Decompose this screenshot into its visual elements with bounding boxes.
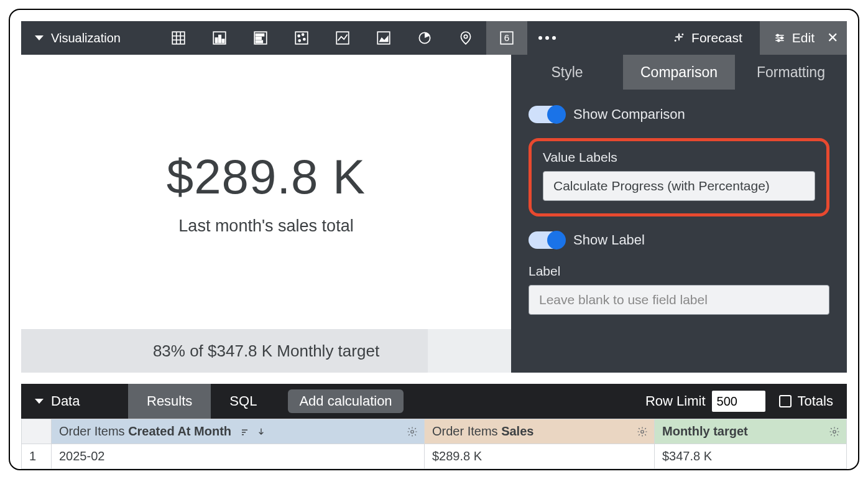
comparison-progress-bar: 83% of $347.8 K Monthly target: [21, 329, 511, 373]
value-labels-select[interactable]: Calculate Progress (with Percentage): [543, 171, 815, 201]
totals-checkbox[interactable]: [779, 395, 792, 407]
totals-label: Totals: [798, 393, 833, 409]
column-header-target[interactable]: Monthly target: [655, 419, 847, 444]
cell-sales: $289.8 K: [425, 444, 655, 469]
svg-rect-7: [219, 35, 221, 43]
svg-rect-8: [222, 39, 224, 42]
visualization-title: Visualization: [51, 31, 121, 45]
row-number-cell: 1: [22, 444, 52, 469]
edit-panel-body: Show Comparison Value Labels Calculate P…: [511, 90, 847, 373]
scatter-icon[interactable]: [281, 21, 322, 55]
edit-panel: Style Comparison Formatting Show Compari…: [511, 55, 847, 373]
single-value-icon[interactable]: 6: [486, 21, 527, 55]
visualization-toolbar: Visualization: [21, 21, 847, 55]
column-prefix: Order Items: [432, 424, 501, 438]
tab-formatting[interactable]: Formatting: [735, 55, 847, 90]
svg-point-16: [298, 40, 300, 42]
svg-rect-10: [256, 34, 264, 36]
caret-down-icon: [35, 399, 44, 404]
cell-target: $347.8 K: [655, 444, 847, 469]
svg-point-36: [641, 430, 644, 433]
svg-rect-11: [256, 37, 261, 39]
label-field-title: Label: [529, 264, 829, 279]
area-chart-icon[interactable]: [363, 21, 404, 55]
row-number-header: [22, 419, 52, 444]
tab-results[interactable]: Results: [128, 384, 211, 419]
column-settings-icon[interactable]: [637, 426, 648, 437]
svg-rect-12: [256, 40, 262, 42]
show-label-label: Show Label: [573, 232, 645, 248]
tab-sql[interactable]: SQL: [211, 384, 275, 419]
single-value-subtitle: Last month's sales total: [178, 216, 353, 236]
svg-point-21: [464, 35, 467, 38]
edit-button[interactable]: Edit ✕: [760, 21, 847, 55]
column-settings-icon[interactable]: [829, 426, 840, 437]
table-row[interactable]: 1 2025-02 $289.8 K $347.8 K: [22, 444, 847, 469]
value-labels-title: Value Labels: [543, 150, 815, 165]
single-value-zone: $289.8 K Last month's sales total: [21, 55, 511, 329]
svg-point-35: [411, 430, 414, 433]
tab-style[interactable]: Style: [511, 55, 623, 90]
column-header-created-at[interactable]: Order Items Created At Month: [52, 419, 425, 444]
svg-point-29: [777, 34, 778, 36]
svg-point-30: [780, 37, 782, 39]
progress-label: 83% of $347.8 K Monthly target: [153, 342, 379, 361]
tab-comparison[interactable]: Comparison: [623, 55, 735, 90]
toggle-knob: [547, 105, 566, 124]
value-labels-highlight: Value Labels Calculate Progress (with Pe…: [529, 138, 829, 216]
svg-point-17: [303, 39, 305, 40]
ellipsis-icon: [538, 36, 556, 40]
column-prefix: Order Items: [59, 424, 128, 438]
app-inner: Visualization: [10, 10, 858, 469]
toggle-knob: [547, 231, 566, 249]
svg-point-31: [777, 40, 779, 42]
line-chart-icon[interactable]: [322, 21, 363, 55]
cell-created-at: 2025-02: [52, 444, 425, 469]
more-visualizations-button[interactable]: [527, 21, 567, 55]
sort-options-icon: [240, 427, 251, 438]
sliders-icon: [773, 32, 786, 44]
app-frame: Visualization: [9, 9, 859, 470]
label-field-section: Label Leave blank to use field label: [529, 264, 829, 315]
visualization-title-toggle[interactable]: Visualization: [21, 21, 158, 55]
svg-point-25: [675, 40, 676, 41]
column-name: Sales: [501, 424, 533, 438]
edit-label: Edit: [792, 30, 815, 45]
column-header-sales[interactable]: Order Items Sales: [425, 419, 655, 444]
totals-group[interactable]: Totals: [765, 393, 847, 409]
map-icon[interactable]: [445, 21, 486, 55]
label-field-placeholder: Leave blank to use field label: [539, 292, 708, 307]
data-title-toggle[interactable]: Data: [21, 384, 128, 419]
column-chart-icon[interactable]: [199, 21, 240, 55]
svg-point-14: [298, 35, 300, 37]
sparkle-icon: [673, 32, 685, 44]
svg-rect-0: [172, 32, 185, 44]
column-settings-icon[interactable]: [407, 426, 418, 437]
show-label-row: Show Label: [529, 231, 829, 249]
row-limit-input[interactable]: [712, 391, 765, 412]
visualization-canvas: $289.8 K Last month's sales total 83% of…: [21, 55, 511, 373]
column-name: Monthly target: [662, 424, 748, 438]
pie-chart-icon[interactable]: [404, 21, 445, 55]
close-edit-icon[interactable]: ✕: [821, 30, 838, 46]
bar-chart-icon[interactable]: [240, 21, 281, 55]
show-comparison-row: Show Comparison: [529, 106, 829, 123]
svg-text:6: 6: [504, 32, 509, 43]
svg-point-24: [682, 34, 683, 35]
edit-panel-tabs: Style Comparison Formatting: [511, 55, 847, 90]
show-comparison-toggle[interactable]: [529, 106, 565, 123]
label-field-input[interactable]: Leave blank to use field label: [529, 285, 829, 315]
value-labels-value: Calculate Progress (with Percentage): [553, 179, 770, 193]
row-limit-group: Row Limit: [645, 391, 765, 412]
forecast-button[interactable]: Forecast: [655, 21, 760, 55]
show-comparison-label: Show Comparison: [573, 106, 685, 123]
caret-down-icon: [35, 35, 44, 40]
add-calculation-button[interactable]: Add calculation: [288, 389, 403, 413]
forecast-label: Forecast: [691, 30, 742, 45]
column-name: Created At Month: [128, 424, 231, 438]
single-value-number: $289.8 K: [167, 149, 366, 205]
svg-point-37: [833, 430, 836, 433]
main-area: $289.8 K Last month's sales total 83% of…: [21, 55, 847, 373]
table-icon[interactable]: [158, 21, 199, 55]
show-label-toggle[interactable]: [529, 231, 565, 249]
